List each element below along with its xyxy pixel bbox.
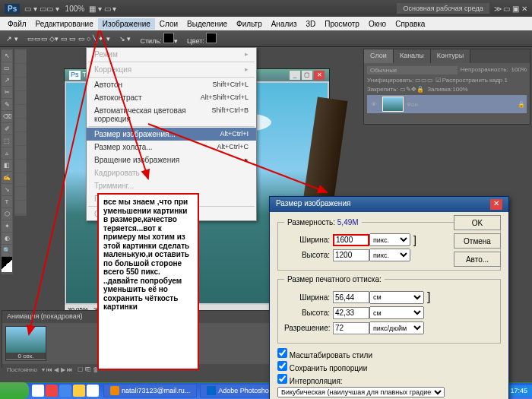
print-width-input[interactable] (333, 291, 369, 303)
tab-paths[interactable]: Контуры (431, 49, 470, 63)
panel-tab-icon[interactable] (15, 64, 26, 77)
layers-panel: Слои Каналы Контуры Обычные Непрозрачнос… (363, 49, 530, 125)
tool-icon[interactable]: ✍ (2, 172, 12, 183)
panel-tab-icon[interactable] (15, 160, 26, 173)
width-unit[interactable]: пикс. (369, 233, 410, 246)
menu-item[interactable]: АвтотонShift+Ctrl+L (87, 78, 256, 91)
print-height-input[interactable] (333, 307, 369, 319)
animation-frame[interactable]: 0 сек. (5, 326, 46, 361)
dialog-titlebar[interactable]: Размер изображения ✕ (270, 197, 508, 212)
tool-icon[interactable]: ✦ (2, 220, 12, 232)
panel-tab-icon[interactable] (15, 119, 26, 131)
menu-item[interactable]: Вращение изображения ▸ (87, 154, 256, 166)
resample-checkbox[interactable] (277, 374, 287, 384)
menu-слои[interactable]: Слои (155, 18, 182, 30)
constrain-checkbox[interactable] (277, 361, 287, 371)
panel-tab-icon[interactable] (15, 50, 26, 63)
window-controls[interactable]: ≫ ▭ ▣ ✕ (494, 5, 527, 13)
menu-анализ[interactable]: Анализ (267, 18, 302, 30)
tab-layers[interactable]: Слои (364, 49, 394, 63)
dialog-close-button[interactable]: ✕ (490, 199, 502, 210)
tool-icon[interactable]: ↘ (2, 184, 12, 195)
doc-minimize-button[interactable]: _ (290, 71, 300, 80)
color-swatch[interactable] (206, 33, 217, 43)
menu-item: Коррекция ▸ (87, 63, 256, 76)
tool-icon[interactable]: ⬡ (2, 208, 12, 220)
tool-icon[interactable]: 🔍 (2, 245, 12, 256)
width-label: Ширина: (284, 236, 330, 244)
panel-tab-icon[interactable] (15, 91, 26, 104)
menu-файл[interactable]: Файл (3, 18, 31, 30)
doc-maximize-button[interactable]: ▢ (302, 71, 312, 80)
clock: 17:45 (510, 387, 527, 394)
menu-справка[interactable]: Справка (391, 18, 429, 30)
tool-icon[interactable]: T (2, 196, 12, 207)
arrow-option[interactable]: ↘ ▾ (119, 35, 131, 43)
menu-item[interactable]: Размер изображения...Alt+Ctrl+I (87, 128, 256, 141)
app-titlebar: Ps ▭ ▾ ▭▭ ▾ 100% ▦ ▾ ▭ ▾ Основная рабоча… (0, 0, 532, 17)
print-height-unit[interactable]: см (369, 306, 424, 319)
quick-launch[interactable] (32, 385, 99, 397)
start-button[interactable] (0, 382, 29, 399)
tool-icon[interactable]: ◧ (2, 160, 12, 171)
shape-mode[interactable]: ▭▭▭ ◇▾ ▭ ▭ ▭ ○ ╲ ✦ ▾ (27, 35, 110, 43)
panel-tab-icon[interactable] (15, 173, 26, 186)
doc-close-button[interactable]: ✕ (314, 71, 325, 80)
tool-icon[interactable]: ↖ (2, 50, 12, 62)
menu-item[interactable]: Размер холста...Alt+Ctrl+C (87, 141, 256, 154)
panel-tab-icon[interactable] (15, 201, 26, 214)
tool-icon[interactable]: ✎ (2, 99, 12, 110)
resolution-unit[interactable]: пикс/дюйм (369, 321, 424, 334)
workspace-selector[interactable]: Основная рабочая среда (397, 3, 489, 14)
lock-icon: 🔒 (518, 101, 525, 108)
interpolation-select[interactable]: Бикубическая (наилучшая для плавных град… (277, 387, 445, 397)
tool-icon[interactable]: ↗ (2, 74, 12, 86)
annotation-box: все мы знаем ,что при уменьшении картинк… (97, 193, 199, 370)
menu-редактирование[interactable]: Редактирование (31, 18, 98, 30)
menu-окно[interactable]: Окно (364, 18, 391, 30)
tool-icon[interactable]: ↗ ▾ (6, 35, 18, 43)
menu-item[interactable]: Автоматическая цветовая коррекцияShift+C… (87, 104, 256, 125)
style-swatch[interactable] (163, 33, 174, 43)
tool-icon[interactable]: ⬚ (2, 135, 12, 147)
layer-row[interactable]: 👁 Фон 🔒 (367, 95, 527, 113)
menu-просмотр[interactable]: Просмотр (320, 18, 364, 30)
width-input[interactable] (333, 234, 369, 246)
height-input[interactable] (333, 249, 369, 261)
scale-styles-checkbox[interactable] (277, 348, 287, 358)
tool-icon[interactable]: ✐ (2, 123, 12, 135)
panel-tab-icon[interactable] (15, 78, 26, 90)
menu-item[interactable]: АвтоконтрастAlt+Shift+Ctrl+L (87, 91, 256, 104)
link-icon[interactable]: ] (413, 234, 416, 246)
taskbar-task[interactable]: natali73123@mail.ru... (103, 384, 197, 397)
ok-button[interactable]: OK (454, 215, 501, 230)
link-icon[interactable]: ] (427, 290, 430, 304)
print-width-unit[interactable]: см (369, 291, 424, 304)
panel-tab-icon[interactable] (15, 146, 26, 159)
tab-channels[interactable]: Каналы (394, 49, 431, 63)
menu-выделение[interactable]: Выделение (182, 18, 232, 30)
panel-tab-icon[interactable] (15, 105, 26, 118)
tool-icon[interactable]: ✂ (2, 87, 12, 98)
height-label: Высота: (284, 251, 330, 259)
auto-button[interactable]: Авто... (454, 252, 501, 267)
visibility-icon[interactable]: 👁 (369, 101, 379, 108)
panel-tab-icon[interactable] (15, 187, 26, 200)
tool-icon[interactable]: ▭ (2, 62, 12, 74)
cancel-button[interactable]: Отмена (454, 233, 501, 249)
resolution-input[interactable] (333, 322, 369, 334)
titlebar-controls[interactable]: ▭ ▾ ▭▭ ▾ (24, 5, 59, 13)
menu-item: Тримминг... (87, 179, 256, 192)
view-controls[interactable]: ▦ ▾ ▭ ▾ (89, 5, 116, 13)
menu-фильтр[interactable]: Фильтр (232, 18, 267, 30)
color-swatches[interactable] (2, 257, 12, 272)
zoom-level[interactable]: 100% (65, 5, 85, 13)
menu-3d[interactable]: 3D (301, 18, 320, 30)
layer-thumbnail[interactable] (382, 97, 404, 112)
tool-icon[interactable]: ▵ (2, 147, 12, 159)
height-unit[interactable]: пикс. (369, 249, 410, 261)
menu-изображение[interactable]: Изображение (98, 18, 155, 30)
panel-tab-icon[interactable] (15, 132, 26, 145)
tool-icon[interactable]: ◐ (2, 233, 12, 244)
tool-icon[interactable]: ⌫ (2, 111, 12, 122)
